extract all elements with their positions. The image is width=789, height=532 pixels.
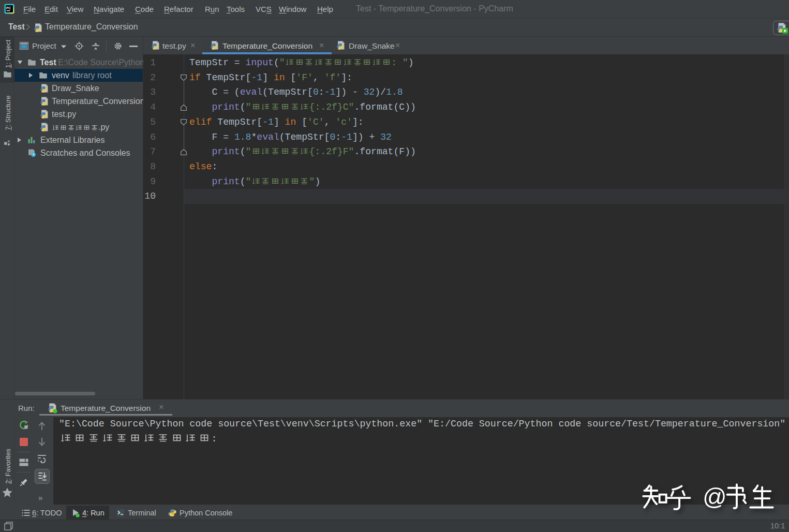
svg-text:PC: PC — [6, 6, 11, 10]
